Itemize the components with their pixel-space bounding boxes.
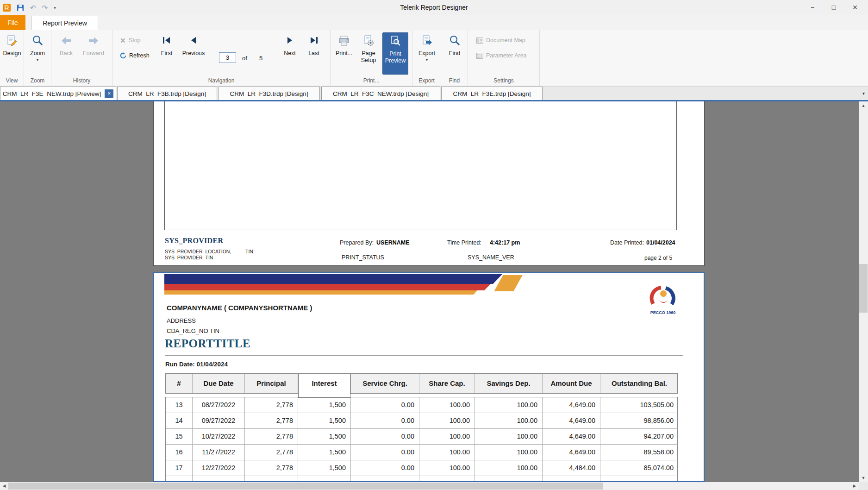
- print-button-label: Print...: [332, 50, 356, 57]
- time-printed-value: 4:42:17 pm: [490, 239, 520, 246]
- maximize-button[interactable]: □: [823, 0, 844, 15]
- last-page-button[interactable]: Last: [302, 32, 326, 75]
- refresh-button[interactable]: Refresh: [120, 51, 150, 60]
- export-dropdown-icon: ▾: [414, 58, 440, 62]
- company-address: ADDRESS: [167, 317, 196, 324]
- design-button[interactable]: Design: [0, 32, 24, 75]
- report-content-frame: [164, 101, 677, 230]
- close-button[interactable]: ×: [844, 0, 866, 15]
- scrollbar-corner: [859, 482, 868, 490]
- table-cell: 18: [166, 476, 193, 482]
- first-page-button[interactable]: First: [155, 32, 178, 75]
- column-header: Service Chrg.: [351, 374, 419, 393]
- prepared-by-label: Prepared By:: [340, 239, 374, 246]
- prepared-by-value: USERNAME: [376, 239, 410, 246]
- back-button[interactable]: Back: [56, 32, 76, 75]
- stop-button-label: Stop: [129, 37, 141, 44]
- sys-name-version: SYS_NAME_VER: [468, 254, 514, 261]
- next-page-icon: [278, 32, 302, 49]
- provider-name: SYS_PROVIDER: [165, 237, 223, 245]
- window-controls: − □ ×: [802, 0, 866, 15]
- report-page-previous: SYS_PROVIDER SYS_PROVIDER_LOCATION, SYS_…: [153, 101, 705, 266]
- date-printed-label: Date Printed:: [610, 239, 644, 246]
- zoom-button[interactable]: Zoom ▾: [26, 32, 49, 75]
- document-tab[interactable]: CRM_LR_F3D.trdp [Design]: [218, 87, 320, 101]
- print-button[interactable]: Print...: [332, 32, 356, 75]
- table-cell: 100.00: [419, 460, 475, 476]
- table-cell: 100.00: [419, 413, 475, 429]
- document-tab-label: CRM_LR_F3E_NEW.trdp [Preview]: [3, 90, 101, 97]
- table-cell: 4,649.00: [543, 429, 600, 445]
- document-tab[interactable]: CRM_LR_F3E_NEW.trdp [Preview]×: [0, 87, 116, 101]
- ribbon-group-find: Find Find: [441, 30, 468, 86]
- close-tab-icon[interactable]: ×: [105, 89, 113, 98]
- table-cell: 2,778: [245, 476, 298, 482]
- titlebar: ↶ ↷ ▾ Telerik Report Designer − □ ×: [0, 0, 868, 15]
- print-preview-canvas: SYS_PROVIDER SYS_PROVIDER_LOCATION, SYS_…: [0, 101, 868, 490]
- amortization-table: #Due DatePrincipalInterestService Chrg.S…: [165, 373, 678, 482]
- group-label-view: View: [0, 77, 24, 84]
- document-tab[interactable]: CRM_LR_F3C_NEW.trdp [Design]: [321, 87, 440, 101]
- last-page-label: Last: [302, 50, 326, 57]
- table-cell: 100.00: [419, 445, 475, 460]
- scroll-right-icon[interactable]: ▶: [850, 482, 859, 490]
- page-number-input[interactable]: [219, 52, 236, 63]
- ribbon: Design View Zoom ▾ Zoom Back: [0, 30, 868, 86]
- table-cell: 16: [166, 445, 193, 460]
- vertical-scrollbar-thumb[interactable]: [859, 264, 868, 313]
- document-tab[interactable]: CRM_LR_F3B.trdp [Design]: [117, 87, 217, 101]
- group-label-settings: Settings: [468, 77, 539, 84]
- column-header: Due Date: [193, 374, 245, 393]
- tab-report-preview[interactable]: Report Preview: [31, 16, 98, 30]
- table-cell: 08/27/2022: [193, 397, 245, 413]
- previous-page-icon: [180, 32, 207, 49]
- next-page-button[interactable]: Next: [278, 32, 302, 75]
- schedule-table-header: #Due DatePrincipalInterestService Chrg.S…: [165, 373, 678, 394]
- document-tab[interactable]: CRM_LR_F3E.trdp [Design]: [441, 87, 543, 101]
- table-cell: 100.00: [475, 397, 543, 413]
- back-button-label: Back: [56, 50, 76, 57]
- company-name: COMPANYNAME ( COMPANYSHORTNAME ): [167, 304, 312, 312]
- telerik-report-designer-window: ↶ ↷ ▾ Telerik Report Designer − □ × File…: [0, 0, 868, 490]
- forward-button-label: Forward: [79, 50, 108, 57]
- group-label-zoom: Zoom: [24, 77, 51, 84]
- next-page-label: Next: [278, 50, 302, 57]
- minimize-button[interactable]: −: [802, 0, 823, 15]
- tab-list-dropdown-icon[interactable]: ▾: [862, 91, 865, 96]
- table-cell: 100.00: [475, 460, 543, 476]
- tin-label: TIN:: [245, 249, 255, 254]
- previous-page-button[interactable]: Previous: [180, 32, 207, 75]
- table-cell: 10/27/2022: [193, 429, 245, 445]
- page-indicator: page 2 of 5: [644, 255, 672, 261]
- table-cell: 2,778: [245, 445, 298, 460]
- table-cell: 100.00: [475, 445, 543, 460]
- table-cell: 1,500: [298, 445, 351, 460]
- table-cell: 4,478.00: [543, 476, 600, 482]
- parameter-area-button[interactable]: Parameter Area: [476, 51, 527, 60]
- page-setup-button[interactable]: Page Setup: [356, 32, 381, 75]
- scroll-left-icon[interactable]: ◀: [0, 482, 8, 490]
- scroll-down-icon[interactable]: ▼: [859, 474, 868, 482]
- stop-button[interactable]: Stop: [120, 36, 141, 45]
- table-header-gap: [165, 394, 678, 397]
- horizontal-scrollbar[interactable]: ◀ ▶: [0, 482, 859, 490]
- provider-location: SYS_PROVIDER_LOCATION,: [165, 249, 231, 254]
- file-tab[interactable]: File: [0, 15, 25, 30]
- parameter-area-icon: [476, 53, 483, 59]
- table-cell: 98,856.00: [600, 413, 678, 429]
- scroll-up-icon[interactable]: ▲: [859, 101, 868, 110]
- column-header: Outstanding Bal.: [600, 374, 678, 393]
- forward-button[interactable]: Forward: [79, 32, 108, 75]
- print-preview-button[interactable]: Print Preview: [382, 32, 408, 75]
- vertical-scrollbar[interactable]: ▲ ▼: [859, 101, 868, 482]
- find-button[interactable]: Find: [443, 32, 467, 75]
- find-button-label: Find: [443, 50, 467, 57]
- logo-text: PECCO 1960: [650, 310, 676, 315]
- print-preview-icon: [383, 33, 408, 50]
- export-button[interactable]: Export ▾: [414, 32, 440, 75]
- window-title: Telerik Report Designer: [0, 0, 868, 15]
- horizontal-scrollbar-thumb[interactable]: [8, 483, 603, 490]
- document-map-button[interactable]: Document Map: [476, 36, 525, 45]
- table-cell: 0.00: [351, 460, 419, 476]
- table-cell: 100.00: [419, 476, 475, 482]
